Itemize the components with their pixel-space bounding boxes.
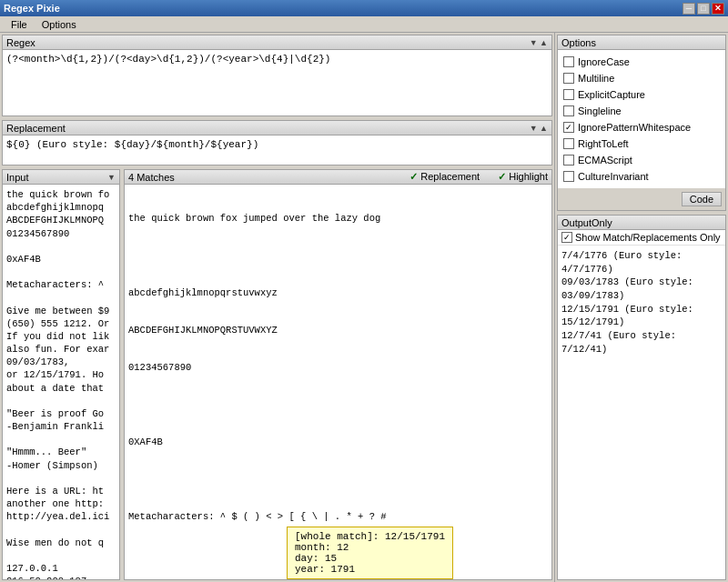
matches-header-right: ✓ Replacement ✓ Highlight <box>410 171 548 183</box>
output-line-2: 09/03/1783 (Euro style: 03/09/1783) <box>561 276 722 302</box>
right-panel: Options IgnoreCase Multiline ExplicitCap… <box>555 33 728 582</box>
match-line: Metacharacters: ^ $ ( ) < > [ { \ | . * … <box>128 511 548 524</box>
cultureinvariant-checkbox[interactable] <box>563 171 574 182</box>
ecmascript-label: ECMAScript <box>578 155 632 166</box>
input-header: Input ▼ <box>3 170 119 185</box>
ignorepatternwhitespace-label: IgnorePatternWhitespace <box>578 122 691 133</box>
match-line: 0XAF4B <box>128 436 548 449</box>
singleline-checkbox[interactable] <box>563 105 574 116</box>
title-bar: Regex Pixie ─ □ ✕ <box>0 0 728 16</box>
input-label: Input <box>6 172 28 183</box>
match-tooltip: [whole match]: 12/15/1791 month: 12 day:… <box>287 527 453 579</box>
matches-count: 4 Matches <box>128 172 175 183</box>
replacement-header: Replacement ▼ ▲ <box>3 121 551 135</box>
option-multiline: Multiline <box>563 70 720 86</box>
output-line-4: 12/7/41 (Euro style: 7/12/41) <box>561 329 722 356</box>
menu-options[interactable]: Options <box>35 18 84 31</box>
matches-content[interactable]: the quick brown fox jumped over the lazy… <box>125 185 551 579</box>
ecmascript-checkbox[interactable] <box>563 155 574 166</box>
option-ecmascript: ECMAScript <box>563 152 720 168</box>
match-line <box>128 399 548 412</box>
regex-pattern: (?<month>\d{1,2})/(?<day>\d{1,2})/(?<yea… <box>6 54 330 65</box>
ignorecase-label: IgnoreCase <box>578 56 630 67</box>
menu-file[interactable]: File <box>4 18 35 31</box>
input-panel: Input ▼ the quick brown fo abcdefghijklm… <box>2 169 120 580</box>
replacement-section: Replacement ▼ ▲ ${0} (Euro style: ${day}… <box>2 120 552 166</box>
output-label: OutputOnly <box>561 217 612 228</box>
option-cultureinvariant: CultureInvariant <box>563 168 720 185</box>
explicitcapture-label: ExplicitCapture <box>578 89 645 100</box>
option-ignorepatternwhitespace: ✓ IgnorePatternWhitespace <box>563 119 720 135</box>
input-content[interactable]: the quick brown fo abcdefghijklmnopq ABC… <box>3 185 119 579</box>
replacement-header-label: ✓ Replacement <box>410 171 480 183</box>
options-section: Options IgnoreCase Multiline ExplicitCap… <box>557 35 726 211</box>
replacement-collapse-btn[interactable]: ▼ ▲ <box>530 124 548 133</box>
matches-panel: 4 Matches ✓ Replacement ✓ Highlight the … <box>124 169 552 580</box>
tooltip-day: day: 15 <box>295 553 445 564</box>
options-header: Options <box>558 35 725 50</box>
options-content: IgnoreCase Multiline ExplicitCapture Sin… <box>558 50 725 188</box>
multiline-checkbox[interactable] <box>563 73 574 84</box>
option-singleline: Singleline <box>563 103 720 119</box>
replacement-text: ${0} (Euro style: ${day}/${month}/${year… <box>6 139 258 150</box>
show-matches-checkbox[interactable]: ✓ <box>561 232 572 243</box>
singleline-label: Singleline <box>578 105 622 116</box>
left-panel: Regex ▼ ▲ (?<month>\d{1,2})/(?<day>\d{1,… <box>0 33 555 582</box>
righttoleft-checkbox[interactable] <box>563 138 574 149</box>
righttoleft-label: RightToLeft <box>578 138 629 149</box>
match-line <box>128 250 548 263</box>
regex-label: Regex <box>6 37 35 48</box>
match-line: the quick brown fox jumped over the lazy… <box>128 213 548 226</box>
bottom-split: Input ▼ the quick brown fo abcdefghijklm… <box>0 167 554 582</box>
app-title: Regex Pixie <box>4 3 60 14</box>
output-section: OutputOnly ✓ Show Match/Replacements Onl… <box>557 215 726 580</box>
option-explicitcapture: ExplicitCapture <box>563 86 720 103</box>
regex-collapse-btn[interactable]: ▼ ▲ <box>530 38 548 47</box>
match-line: abcdefghijklmnopqrstuvwxyz <box>128 287 548 300</box>
output-content[interactable]: 7/4/1776 (Euro style: 4/7/1776) 09/03/17… <box>558 246 725 579</box>
window-controls: ─ □ ✕ <box>682 3 724 15</box>
cultureinvariant-label: CultureInvariant <box>578 171 649 182</box>
replacement-label: Replacement <box>6 123 66 134</box>
regex-header: Regex ▼ ▲ <box>3 35 551 50</box>
show-matches-label: Show Match/Replacements Only <box>575 232 721 243</box>
input-collapse-btn[interactable]: ▼ <box>107 173 116 182</box>
regex-section: Regex ▼ ▲ (?<month>\d{1,2})/(?<day>\d{1,… <box>2 35 552 116</box>
explicitcapture-checkbox[interactable] <box>563 89 574 100</box>
ignorecase-checkbox[interactable] <box>563 56 574 67</box>
tooltip-whole-match: [whole match]: 12/15/1791 <box>295 531 445 542</box>
matches-header: 4 Matches ✓ Replacement ✓ Highlight <box>125 170 551 185</box>
option-ignorecase: IgnoreCase <box>563 54 720 70</box>
replacement-content[interactable]: ${0} (Euro style: ${day}/${month}/${year… <box>3 135 551 154</box>
options-label: Options <box>561 37 596 48</box>
match-line: 01234567890 <box>128 362 548 375</box>
tooltip-year: year: 1791 <box>295 564 445 575</box>
close-button[interactable]: ✕ <box>712 3 724 15</box>
tooltip-month: month: 12 <box>295 542 445 553</box>
minimize-button[interactable]: ─ <box>682 3 695 15</box>
output-show-option: ✓ Show Match/Replacements Only <box>558 230 725 246</box>
ignorepatternwhitespace-checkbox[interactable]: ✓ <box>563 122 574 133</box>
code-button[interactable]: Code <box>682 192 722 206</box>
match-line <box>128 474 548 487</box>
highlight-header-label: ✓ Highlight <box>498 171 548 183</box>
output-line-1: 7/4/1776 (Euro style: 4/7/1776) <box>561 249 722 276</box>
output-header: OutputOnly <box>558 216 725 230</box>
menu-bar: File Options <box>0 16 728 33</box>
regex-content[interactable]: (?<month>\d{1,2})/(?<day>\d{1,2})/(?<yea… <box>3 50 551 115</box>
option-righttoleft: RightToLeft <box>563 135 720 152</box>
output-line-3: 12/15/1791 (Euro style: 15/12/1791) <box>561 303 722 329</box>
multiline-label: Multiline <box>578 73 614 84</box>
match-line: ABCDEFGHIJKLMNOPQRSTUVWXYZ <box>128 325 548 337</box>
maximize-button[interactable]: □ <box>697 3 710 15</box>
